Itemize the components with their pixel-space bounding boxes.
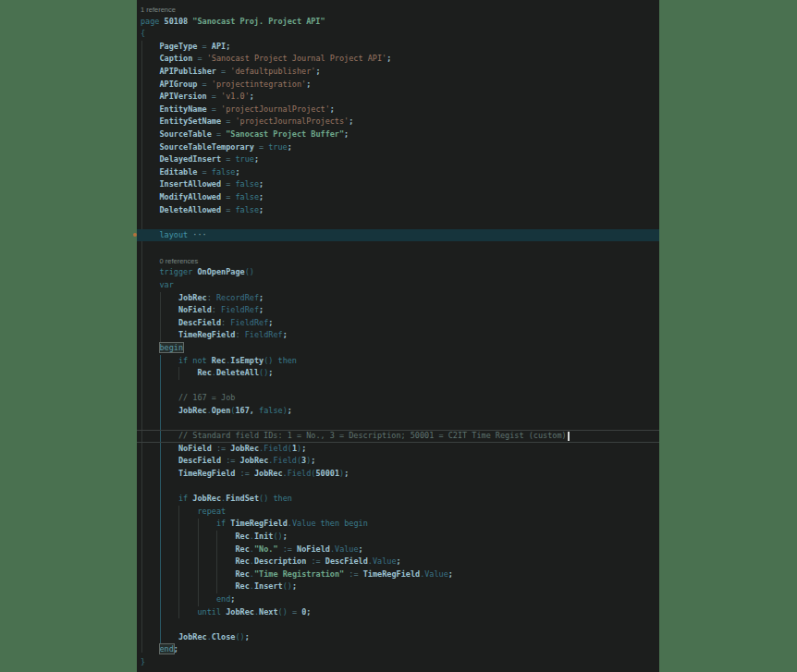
- code-token: ;: [283, 531, 288, 541]
- code-line[interactable]: var: [137, 279, 659, 292]
- code-line[interactable]: Rec.Description := DescField.Value;: [137, 556, 659, 568]
- code-line[interactable]: PageType = API;: [137, 41, 659, 54]
- code-line[interactable]: until JobRec.Next() = 0;: [137, 606, 659, 619]
- code-line[interactable]: DeleteAllowed = false;: [137, 204, 659, 217]
- code-token: :=: [226, 456, 239, 465]
- code-token: NoField: [178, 305, 212, 314]
- code-line[interactable]: Rec."No." := NoField.Value;: [137, 544, 659, 556]
- codelens-reference[interactable]: 1 reference: [137, 3, 659, 16]
- code-line[interactable]: EntityName = 'projectJournalProject';: [137, 104, 659, 116]
- code-token: :=: [216, 444, 230, 453]
- code-line[interactable]: // Standard field IDs: 1 = No., 3 = Desc…: [137, 430, 659, 443]
- code-line[interactable]: page 50108 "Sanocast Proj. Project API": [137, 16, 659, 29]
- code-token: Value: [424, 569, 448, 579]
- code-line[interactable]: APIPublisher = 'defaultpublisher';: [137, 66, 659, 79]
- code-token: FindSet: [226, 494, 259, 503]
- code-line[interactable]: end;: [137, 643, 659, 656]
- code-line[interactable]: NoField: FieldRef;: [137, 304, 659, 317]
- code-line[interactable]: if not Rec.IsEmpty() then: [137, 355, 659, 368]
- code-token: OnOpenPage: [197, 267, 244, 276]
- code-token: 'v1.0': [221, 92, 250, 101]
- code-line: [137, 418, 659, 431]
- code-token: =: [197, 54, 206, 63]
- code-line[interactable]: Rec.DeleteAll();: [137, 367, 659, 380]
- code-token: then: [316, 519, 345, 528]
- code-line[interactable]: Caption = 'Sanocast Project Journal Proj…: [137, 53, 659, 66]
- code-token: :=: [344, 569, 362, 579]
- code-token: =: [202, 79, 212, 89]
- code-line[interactable]: SourceTable = "Sanocast Project Buffer";: [137, 128, 659, 141]
- code-line[interactable]: Rec."Time Registration" := TimeRegField.…: [137, 568, 659, 581]
- code-line[interactable]: JobRec: RecordRef;: [137, 292, 659, 305]
- code-token: ;: [306, 79, 311, 89]
- code-token: Open: [212, 406, 230, 415]
- code-token: =: [226, 205, 235, 214]
- code-token: trigger: [160, 267, 198, 276]
- code-line[interactable]: TimeRegField := JobRec.Field(50001);: [137, 468, 659, 481]
- code-line[interactable]: layout ···: [137, 229, 659, 242]
- code-token: :=: [306, 556, 325, 566]
- code-token: Caption: [160, 54, 198, 63]
- code-line[interactable]: Rec.Insert();: [137, 580, 659, 593]
- code-token: 167: [235, 406, 249, 415]
- code-token: end: [216, 594, 230, 604]
- code-token: Rec: [236, 544, 250, 554]
- code-token: =: [212, 104, 221, 114]
- code-line[interactable]: JobRec.Close();: [137, 631, 659, 644]
- code-token: until: [198, 607, 227, 617]
- code-content: 1 referencepage 50108 "Sanocast Proj. Pr…: [137, 3, 659, 668]
- code-line[interactable]: EntitySetName = 'projectJournalProjects'…: [137, 116, 659, 128]
- code-line[interactable]: SourceTableTemporary = true;: [137, 141, 659, 154]
- code-line[interactable]: begin: [137, 342, 659, 355]
- code-token: ;: [306, 607, 311, 617]
- code-line[interactable]: APIVersion = 'v1.0';: [137, 91, 659, 104]
- code-line[interactable]: DescField := JobRec.Field(3);: [137, 455, 659, 468]
- code-token: ;: [226, 42, 230, 51]
- code-token: (): [235, 632, 244, 641]
- code-line[interactable]: if JobRec.FindSet() then: [137, 493, 659, 506]
- code-line[interactable]: NoField := JobRec.Field(1);: [137, 443, 659, 456]
- code-token: PageType: [160, 42, 202, 51]
- code-line[interactable]: }: [137, 656, 659, 669]
- code-token: false: [259, 406, 283, 415]
- code-line[interactable]: TimeRegField: FieldRef;: [137, 329, 659, 342]
- code-line[interactable]: trigger OnOpenPage(): [137, 266, 659, 279]
- code-token: Init: [254, 531, 273, 541]
- code-token: Field: [288, 469, 312, 478]
- code-token: ;: [311, 456, 315, 465]
- code-token: Rec: [236, 569, 250, 579]
- code-line[interactable]: InsertAllowed = false;: [137, 178, 659, 191]
- code-line[interactable]: Editable = false;: [137, 166, 659, 179]
- code-line[interactable]: Rec.Init();: [137, 531, 659, 544]
- code-token: JobRec: [226, 607, 254, 617]
- code-line[interactable]: // 167 = Job: [137, 392, 659, 405]
- code-editor[interactable]: 1 referencepage 50108 "Sanocast Proj. Pr…: [137, 0, 659, 672]
- code-line[interactable]: repeat: [137, 506, 659, 519]
- code-token: (): [259, 368, 268, 377]
- code-token: JobRec: [230, 444, 259, 453]
- code-token: "No.": [254, 544, 278, 554]
- code-token: SourceTableTemporary: [160, 142, 259, 152]
- code-line[interactable]: end;: [137, 593, 659, 606]
- code-token: ;: [259, 205, 264, 214]
- code-token: ;: [288, 406, 292, 415]
- code-line[interactable]: if TimeRegField.Value then begin: [137, 518, 659, 531]
- code-token: ;: [250, 92, 254, 101]
- code-line[interactable]: {: [137, 28, 659, 41]
- code-line[interactable]: ModifyAllowed = false;: [137, 191, 659, 204]
- gutter-marker-dot: [133, 233, 137, 237]
- code-token: ;: [283, 330, 288, 339]
- code-token: Value: [373, 556, 397, 566]
- code-token: if: [178, 494, 192, 503]
- code-line[interactable]: DelayedInsert = true;: [137, 153, 659, 166]
- code-token: InsertAllowed: [160, 179, 227, 189]
- code-token: if not: [178, 356, 212, 365]
- code-line[interactable]: DescField: FieldRef;: [137, 317, 659, 330]
- code-token: ;: [448, 569, 453, 579]
- code-token: Rec: [212, 356, 226, 365]
- code-token: =: [288, 607, 301, 617]
- code-line[interactable]: JobRec.Open(167, false);: [137, 405, 659, 418]
- code-line[interactable]: APIGroup = 'projectintegration';: [137, 79, 659, 92]
- code-token: (): [264, 356, 273, 365]
- codelens-reference[interactable]: 0 references: [137, 254, 659, 267]
